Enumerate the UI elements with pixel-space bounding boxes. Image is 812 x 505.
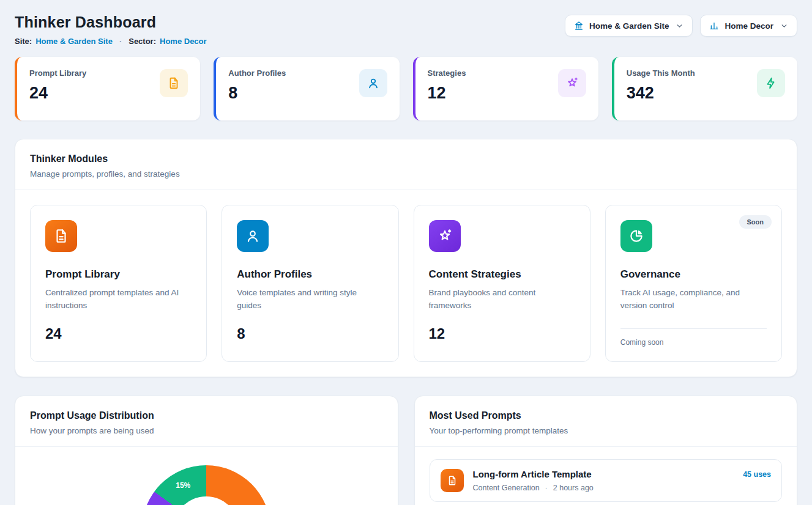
site-link[interactable]: Home & Garden Site <box>35 37 113 46</box>
module-count: 12 <box>429 325 575 342</box>
most-used-prompts-panel: Most Used Prompts Your top-performing pr… <box>414 396 798 505</box>
stat-value: 12 <box>428 84 466 103</box>
bottom-row: Prompt Usage Distribution How your promp… <box>15 396 797 505</box>
modules-panel: Thinker Modules Manage prompts, profiles… <box>15 139 797 377</box>
module-title: Prompt Library <box>45 268 192 281</box>
meta-separator: · <box>545 484 548 492</box>
usage-donut: 15% <box>142 465 270 505</box>
stat-text: Strategies 12 <box>428 68 466 109</box>
stat-value: 24 <box>29 84 86 103</box>
stat-value: 8 <box>228 84 286 103</box>
stat-label: Prompt Library <box>29 68 86 78</box>
module-title: Governance <box>620 268 767 281</box>
modules-subtitle: Manage prompts, profiles, and strategies <box>30 169 782 179</box>
prompt-title: Long-form Article Template <box>473 469 594 479</box>
prompts-subtitle: Your top-performing prompt templates <box>430 426 783 435</box>
person-icon <box>237 220 269 252</box>
module-card-content-strategies[interactable]: Content Strategies Brand playbooks and c… <box>414 205 590 362</box>
stats-row: Prompt Library 24 Author Profiles 8 Stra… <box>15 57 797 120</box>
modules-title: Thinker Modules <box>30 153 782 164</box>
site-label: Site: <box>15 37 32 46</box>
stat-text: Usage This Month 342 <box>627 68 695 109</box>
person-icon <box>359 69 387 97</box>
sector-label: Sector: <box>129 37 156 46</box>
header-titles: Thinker Dashboard Site: Home & Garden Si… <box>15 9 207 46</box>
module-card-governance[interactable]: Soon Governance Track AI usage, complian… <box>605 205 782 362</box>
prompts-panel-header: Most Used Prompts Your top-performing pr… <box>415 396 797 446</box>
site-selector-label: Home & Garden Site <box>589 21 669 31</box>
usage-chart-area: 15% <box>15 447 398 505</box>
sparkle-star-icon <box>429 220 461 252</box>
donut-percent-label: 15% <box>176 481 190 490</box>
module-count: 8 <box>237 325 383 342</box>
stat-value: 342 <box>627 84 695 103</box>
dashboard-page: Thinker Dashboard Site: Home & Garden Si… <box>0 0 812 505</box>
stat-label: Usage This Month <box>627 68 695 78</box>
module-description: Centralized prompt templates and AI inst… <box>45 287 184 312</box>
chevron-down-icon <box>676 22 683 30</box>
building-icon <box>574 21 584 31</box>
site-selector-dropdown[interactable]: Home & Garden Site <box>565 15 693 37</box>
prompt-time: 2 hours ago <box>553 484 594 492</box>
modules-grid: Prompt Library Centralized prompt templa… <box>15 190 797 377</box>
module-description: Voice templates and writing style guides <box>237 287 376 312</box>
usage-panel-header: Prompt Usage Distribution How your promp… <box>15 396 398 446</box>
module-title: Author Profiles <box>237 268 383 281</box>
stat-card-strategies: Strategies 12 <box>413 57 598 120</box>
module-card-author-profiles[interactable]: Author Profiles Voice templates and writ… <box>222 205 398 362</box>
stat-text: Author Profiles 8 <box>228 68 286 109</box>
stat-label: Strategies <box>428 68 466 78</box>
prompt-category: Content Generation <box>473 484 540 492</box>
usage-title: Prompt Usage Distribution <box>30 410 383 421</box>
prompt-list-item[interactable]: Long-form Article Template Content Gener… <box>430 459 783 502</box>
document-icon <box>45 220 77 252</box>
module-title: Content Strategies <box>429 268 575 281</box>
breadcrumb-separator: · <box>119 37 122 46</box>
stat-label: Author Profiles <box>228 68 286 78</box>
prompt-info: Long-form Article Template Content Gener… <box>473 469 594 492</box>
stat-card-author-profiles: Author Profiles 8 <box>214 57 399 120</box>
donut-hole <box>173 496 239 505</box>
sector-link[interactable]: Home Decor <box>160 37 207 46</box>
header-selectors: Home & Garden Site Home Decor <box>565 15 797 37</box>
module-description: Brand playbooks and content frameworks <box>429 287 568 312</box>
module-description: Track AI usage, compliance, and version … <box>620 287 759 312</box>
divider <box>620 328 767 329</box>
stat-card-prompt-library: Prompt Library 24 <box>15 57 200 120</box>
sector-selector-label: Home Decor <box>724 21 773 31</box>
sparkle-star-icon <box>558 69 586 97</box>
stat-text: Prompt Library 24 <box>29 68 86 109</box>
lightning-icon <box>757 69 785 97</box>
document-icon <box>441 469 464 492</box>
header: Thinker Dashboard Site: Home & Garden Si… <box>15 9 797 46</box>
bar-chart-icon <box>709 21 719 31</box>
page-title: Thinker Dashboard <box>15 13 207 31</box>
prompt-meta: Content Generation · 2 hours ago <box>473 484 594 492</box>
document-icon <box>160 69 188 97</box>
stat-card-usage: Usage This Month 342 <box>612 57 797 120</box>
modules-panel-header: Thinker Modules Manage prompts, profiles… <box>15 139 797 190</box>
prompts-title: Most Used Prompts <box>430 410 783 421</box>
module-card-prompt-library[interactable]: Prompt Library Centralized prompt templa… <box>30 205 207 362</box>
usage-subtitle: How your prompts are being used <box>30 426 383 435</box>
usage-distribution-panel: Prompt Usage Distribution How your promp… <box>15 396 398 505</box>
coming-soon-note: Coming soon <box>620 338 767 347</box>
prompt-list: Long-form Article Template Content Gener… <box>415 447 797 505</box>
prompt-uses-badge: 45 uses <box>743 470 771 479</box>
chevron-down-icon <box>780 22 788 30</box>
soon-badge: Soon <box>739 215 772 229</box>
breadcrumb: Site: Home & Garden Site · Sector: Home … <box>15 37 207 46</box>
sector-selector-dropdown[interactable]: Home Decor <box>700 15 797 37</box>
module-count: 24 <box>45 325 192 342</box>
pie-chart-icon <box>620 220 652 252</box>
